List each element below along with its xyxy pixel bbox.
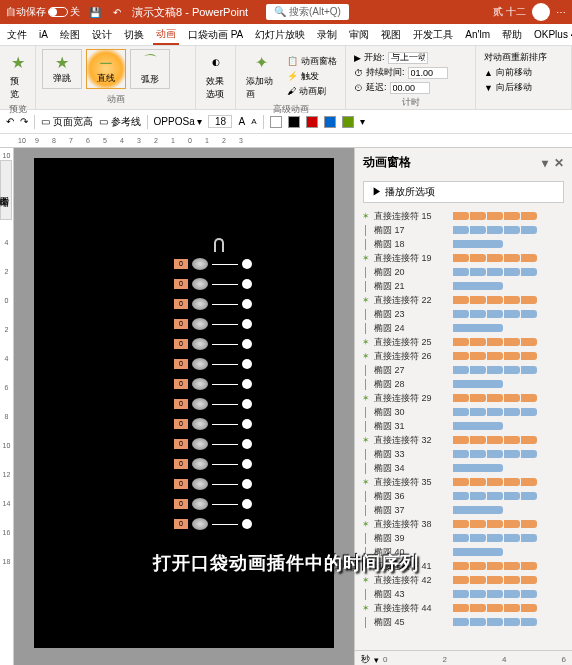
anim-list-item[interactable]: ✶直接连接符 26 <box>359 349 568 363</box>
anim-list-item[interactable]: ✶直接连接符 35 <box>359 475 568 489</box>
anim-list-item[interactable]: │椭圆 28 <box>359 377 568 391</box>
play-selection-button[interactable]: ▶ 播放所选项 <box>363 181 564 203</box>
anim-preset-弹跳[interactable]: ★弹跳 <box>42 49 82 89</box>
star-icon: ✶ <box>361 519 371 529</box>
animation-painter-button[interactable]: 🖌 动画刷 <box>287 85 337 98</box>
line-icon: │ <box>361 589 371 599</box>
start-input[interactable] <box>388 52 428 64</box>
redo-icon[interactable]: ↷ <box>20 116 28 127</box>
add-animation-button[interactable]: ✦ 添加动画 <box>242 49 281 103</box>
avatar[interactable] <box>532 3 550 21</box>
autosave-toggle[interactable]: 自动保存 关 <box>6 5 80 19</box>
anim-list-item[interactable]: │椭圆 45 <box>359 615 568 629</box>
effect-options-button[interactable]: ◐ 效果选项 <box>202 49 229 103</box>
tab-iA[interactable]: iA <box>36 27 51 42</box>
anim-list-item[interactable]: │椭圆 33 <box>359 447 568 461</box>
anim-list-item[interactable]: ✶直接连接符 44 <box>359 601 568 615</box>
tab-An'lm[interactable]: An'lm <box>462 27 493 42</box>
star-icon: ✶ <box>361 337 371 347</box>
tab-OKPlus 4.8[interactable]: OKPlus 4.8 <box>531 27 572 42</box>
anim-list-item[interactable]: │椭圆 20 <box>359 265 568 279</box>
anim-list-item[interactable]: ✶直接连接符 42 <box>359 573 568 587</box>
tab-幻灯片放映[interactable]: 幻灯片放映 <box>252 26 308 44</box>
tab-动画[interactable]: 动画 <box>153 25 179 45</box>
move-earlier-button[interactable]: ▲ 向前移动 <box>484 66 563 79</box>
anim-list-item[interactable]: │椭圆 39 <box>359 531 568 545</box>
font-shrink-icon[interactable]: A <box>251 117 256 126</box>
anim-list-item[interactable]: │椭圆 31 <box>359 419 568 433</box>
tab-帮助[interactable]: 帮助 <box>499 26 525 44</box>
anim-list-item[interactable]: ✶直接连接符 22 <box>359 293 568 307</box>
undo-icon[interactable]: ↶ <box>6 116 14 127</box>
font-size-input[interactable] <box>208 115 232 128</box>
tab-视图[interactable]: 视图 <box>378 26 404 44</box>
ribbon-options-icon[interactable]: ⋯ <box>556 7 566 18</box>
anim-list-item[interactable]: │椭圆 37 <box>359 503 568 517</box>
guides-button[interactable]: ▭ 参考线 <box>99 115 141 129</box>
search-box[interactable]: 🔍 搜索(Alt+Q) <box>266 4 349 20</box>
title-bar: 自动保存 关 💾 ↶ 演示文稿8 - PowerPoint 🔍 搜索(Alt+Q… <box>0 0 572 24</box>
anim-list-item[interactable]: ✶直接连接符 32 <box>359 433 568 447</box>
anim-list-item[interactable]: │椭圆 18 <box>359 237 568 251</box>
font-grow-icon[interactable]: A <box>238 116 245 127</box>
anim-list-item[interactable]: │椭圆 27 <box>359 363 568 377</box>
line-icon: │ <box>361 379 371 389</box>
pane-options-icon[interactable]: ▾ <box>542 156 548 170</box>
animation-list[interactable]: ✶直接连接符 15│椭圆 17│椭圆 18✶直接连接符 19│椭圆 20│椭圆 … <box>355 207 572 650</box>
duration-field[interactable]: ⏱ 持续时间: <box>354 66 467 79</box>
anim-list-item[interactable]: │椭圆 34 <box>359 461 568 475</box>
tab-文件[interactable]: 文件 <box>4 26 30 44</box>
font-dropdown[interactable]: OPPOSa ▾ <box>154 116 203 127</box>
star-icon: ⌒ <box>142 52 158 73</box>
close-pane-icon[interactable]: ✕ <box>554 156 564 170</box>
tab-开发工具[interactable]: 开发工具 <box>410 26 456 44</box>
page-size-button[interactable]: ▭ 页面宽高 <box>41 115 93 129</box>
color-swatch[interactable] <box>288 116 300 128</box>
anim-list-item[interactable]: │椭圆 24 <box>359 321 568 335</box>
thumbnail-collapse[interactable]: 缩略图 <box>0 160 12 220</box>
star-icon: ✶ <box>361 603 371 613</box>
tab-切换[interactable]: 切换 <box>121 26 147 44</box>
save-icon[interactable]: 💾 <box>88 5 102 19</box>
anim-list-item[interactable]: │椭圆 43 <box>359 587 568 601</box>
line-icon: │ <box>361 463 371 473</box>
tab-绘图[interactable]: 绘图 <box>57 26 83 44</box>
anim-list-item[interactable]: │椭圆 36 <box>359 489 568 503</box>
undo-icon[interactable]: ↶ <box>110 5 124 19</box>
tab-录制[interactable]: 录制 <box>314 26 340 44</box>
zipper-graphic[interactable]: 00000000000000 <box>174 238 264 538</box>
anim-preset-弧形[interactable]: ⌒弧形 <box>130 49 170 89</box>
tab-审阅[interactable]: 审阅 <box>346 26 372 44</box>
tab-设计[interactable]: 设计 <box>89 26 115 44</box>
anim-list-item[interactable]: ✶直接连接符 15 <box>359 209 568 223</box>
color-swatch[interactable] <box>306 116 318 128</box>
group-label: 高级动画 <box>242 103 339 116</box>
start-dropdown[interactable]: ▶ 开始: <box>354 51 467 64</box>
trigger-button[interactable]: ⚡ 触发 <box>287 70 337 83</box>
color-swatch[interactable] <box>270 116 282 128</box>
delay-input[interactable] <box>390 82 430 94</box>
slide-canvas[interactable]: 00000000000000 <box>14 148 354 665</box>
anim-preset-直线[interactable]: ─直线 <box>86 49 126 89</box>
line-icon: │ <box>361 421 371 431</box>
duration-input[interactable] <box>408 67 448 79</box>
anim-list-item[interactable]: │椭圆 17 <box>359 223 568 237</box>
delay-field[interactable]: ⏲ 延迟: <box>354 81 467 94</box>
more-colors-icon[interactable]: ▾ <box>360 116 365 127</box>
preview-button[interactable]: ★ 预览 <box>6 49 29 103</box>
star-icon: ★ <box>55 53 69 72</box>
anim-list-item[interactable]: ✶直接连接符 19 <box>359 251 568 265</box>
anim-list-item[interactable]: │椭圆 21 <box>359 279 568 293</box>
animation-pane-button[interactable]: 📋 动画窗格 <box>287 55 337 68</box>
color-swatch[interactable] <box>324 116 336 128</box>
line-icon: │ <box>361 239 371 249</box>
color-swatch[interactable] <box>342 116 354 128</box>
anim-list-item[interactable]: ✶直接连接符 25 <box>359 335 568 349</box>
anim-list-item[interactable]: ✶直接连接符 29 <box>359 391 568 405</box>
anim-list-item[interactable]: │椭圆 23 <box>359 307 568 321</box>
move-later-button[interactable]: ▼ 向后移动 <box>484 81 563 94</box>
tab-口袋动画 PA[interactable]: 口袋动画 PA <box>185 26 246 44</box>
anim-list-item[interactable]: ✶直接连接符 38 <box>359 517 568 531</box>
anim-list-item[interactable]: │椭圆 30 <box>359 405 568 419</box>
user-name[interactable]: 贰 十二 <box>493 5 526 19</box>
